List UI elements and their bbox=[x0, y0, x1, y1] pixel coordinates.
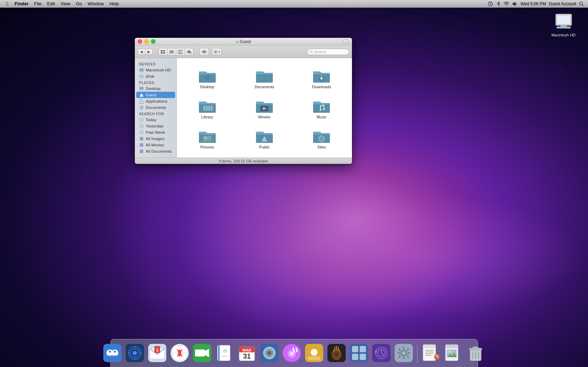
dock-item-address-book[interactable] bbox=[214, 342, 235, 363]
desktop-folder-icon bbox=[198, 68, 216, 83]
sidebar-item-all-documents[interactable]: All Documents bbox=[136, 148, 175, 154]
documents-folder-icon bbox=[255, 68, 274, 83]
sidebar-item-idisk[interactable]: iDisk bbox=[136, 73, 175, 79]
finder-window: ⌂ Guest ◀ ▶ bbox=[135, 38, 352, 164]
svg-rect-85 bbox=[218, 345, 220, 361]
sidebar-item-today[interactable]: Today bbox=[136, 117, 175, 123]
sidebar-applications-label: Applications bbox=[146, 99, 167, 103]
sidebar-item-documents[interactable]: Documents bbox=[136, 104, 175, 111]
dock-item-photobooth[interactable] bbox=[304, 342, 325, 363]
sidebar-item-yesterday[interactable]: Yesterday bbox=[136, 123, 175, 129]
svg-text:31: 31 bbox=[243, 352, 251, 360]
help-menu[interactable]: Help bbox=[106, 0, 122, 8]
window-title-text: Guest bbox=[240, 39, 251, 44]
desktop-macintosh-hd-icon[interactable]: Macintosh HD bbox=[549, 11, 577, 37]
svg-point-66 bbox=[133, 351, 137, 355]
dock-item-facetime[interactable] bbox=[192, 342, 213, 363]
back-button[interactable]: ◀ bbox=[138, 49, 145, 55]
search-box[interactable]: Search bbox=[307, 49, 349, 55]
datetime-display[interactable]: Wed 5:06 PM bbox=[520, 1, 546, 6]
dock-item-safari[interactable] bbox=[169, 342, 190, 363]
finder-menu[interactable]: Finder bbox=[12, 0, 32, 8]
dock-item-iphoto[interactable] bbox=[259, 342, 280, 363]
sidebar-item-guest[interactable]: Guest bbox=[136, 92, 175, 98]
dock-item-itunes[interactable] bbox=[281, 342, 302, 363]
pictures-folder-item[interactable]: Pictures bbox=[180, 125, 234, 152]
svg-rect-40 bbox=[140, 143, 143, 147]
svg-point-61 bbox=[109, 351, 111, 353]
dock-item-textedit[interactable]: ✎ bbox=[420, 342, 441, 363]
downloads-folder-item[interactable]: Downloads bbox=[295, 65, 348, 92]
today-sidebar-icon bbox=[139, 117, 144, 122]
svg-rect-11 bbox=[163, 52, 165, 54]
dock-item-finder[interactable] bbox=[102, 342, 123, 363]
list-view-button[interactable] bbox=[167, 48, 176, 56]
user-account-display[interactable]: Guest Account bbox=[549, 1, 576, 6]
window-toolbar: ◀ ▶ ▾ bbox=[135, 46, 352, 58]
window-menu[interactable]: Window bbox=[85, 0, 106, 8]
volume-menubar-icon[interactable] bbox=[512, 1, 518, 6]
forward-button[interactable]: ▶ bbox=[145, 49, 153, 55]
go-menu[interactable]: Go bbox=[73, 0, 85, 8]
dock-item-mail[interactable]: 1 bbox=[147, 342, 168, 363]
desktop-folder-item[interactable]: Desktop bbox=[180, 65, 234, 92]
window-collapse-button[interactable] bbox=[343, 40, 349, 44]
public-folder-icon bbox=[255, 128, 274, 144]
gear-action-button[interactable]: ▾ bbox=[212, 48, 222, 56]
menubar-left:  Finder File Edit View Go Window Help bbox=[0, 0, 487, 8]
view-menu[interactable]: View bbox=[58, 0, 73, 8]
dock-item-dashboard[interactable] bbox=[124, 342, 145, 363]
dock-item-ical[interactable]: MAR 31 bbox=[236, 342, 257, 363]
window-minimize-button[interactable] bbox=[144, 39, 149, 44]
svg-rect-44 bbox=[203, 106, 205, 111]
documents-folder-item[interactable]: Documents bbox=[237, 65, 291, 92]
time-machine-menubar-icon[interactable] bbox=[487, 1, 493, 7]
sidebar-item-macintosh-hd[interactable]: Macintosh HD bbox=[136, 67, 175, 73]
svg-point-53 bbox=[205, 137, 207, 139]
dock-items: 1 bbox=[102, 342, 486, 366]
macintosh-hd-icon bbox=[553, 11, 574, 32]
music-folder-item[interactable]: Music bbox=[295, 95, 348, 122]
sidebar-item-all-movies[interactable]: All Movies bbox=[136, 142, 175, 148]
edit-menu[interactable]: Edit bbox=[44, 0, 58, 8]
icon-view-button[interactable] bbox=[158, 48, 167, 56]
svg-rect-7 bbox=[560, 25, 567, 27]
textedit-dock-icon: ✎ bbox=[420, 342, 441, 363]
window-maximize-button[interactable] bbox=[151, 39, 155, 44]
system-preferences-dock-icon bbox=[393, 342, 414, 363]
svg-point-51 bbox=[323, 109, 325, 110]
movies-folder-item[interactable]: Movies bbox=[237, 95, 291, 122]
columns-view-button[interactable] bbox=[176, 48, 185, 56]
sidebar-item-desktop[interactable]: Desktop bbox=[136, 85, 175, 92]
finder-dock-icon bbox=[102, 342, 123, 363]
dock-item-trash[interactable] bbox=[465, 342, 486, 363]
window-close-button[interactable] bbox=[138, 39, 142, 44]
eye-action-button[interactable] bbox=[199, 48, 209, 56]
svg-rect-113 bbox=[352, 346, 358, 352]
file-menu[interactable]: File bbox=[32, 0, 44, 8]
dock-item-garageband[interactable] bbox=[326, 342, 347, 363]
sidebar-item-applications[interactable]: Applications bbox=[136, 98, 175, 104]
dock-item-system-preferences[interactable] bbox=[393, 342, 414, 363]
garageband-dock-icon bbox=[326, 342, 347, 363]
dock-item-spaces[interactable] bbox=[348, 342, 369, 363]
dock: 1 bbox=[0, 334, 588, 367]
apple-menu[interactable]:  bbox=[3, 0, 12, 8]
bluetooth-menubar-icon[interactable] bbox=[496, 1, 501, 7]
svg-point-2 bbox=[580, 2, 583, 5]
sites-folder-item[interactable]: Sites bbox=[295, 125, 348, 152]
svg-rect-115 bbox=[352, 354, 358, 360]
spotlight-icon[interactable] bbox=[579, 1, 584, 6]
sidebar-item-past-week[interactable]: Past Week bbox=[136, 129, 175, 136]
all-movies-sidebar-icon bbox=[139, 143, 144, 147]
dock-item-time-machine[interactable] bbox=[371, 342, 392, 363]
svg-rect-114 bbox=[360, 346, 366, 352]
coverflow-view-button[interactable] bbox=[185, 48, 194, 56]
address-book-dock-icon bbox=[214, 342, 235, 363]
sidebar-item-all-images[interactable]: All Images bbox=[136, 136, 175, 142]
sidebar-today-label: Today bbox=[146, 118, 157, 122]
public-folder-item[interactable]: Public bbox=[237, 125, 291, 152]
library-folder-item[interactable]: Library bbox=[180, 95, 234, 122]
wifi-menubar-icon[interactable] bbox=[504, 1, 509, 6]
dock-item-preview[interactable] bbox=[443, 342, 464, 363]
